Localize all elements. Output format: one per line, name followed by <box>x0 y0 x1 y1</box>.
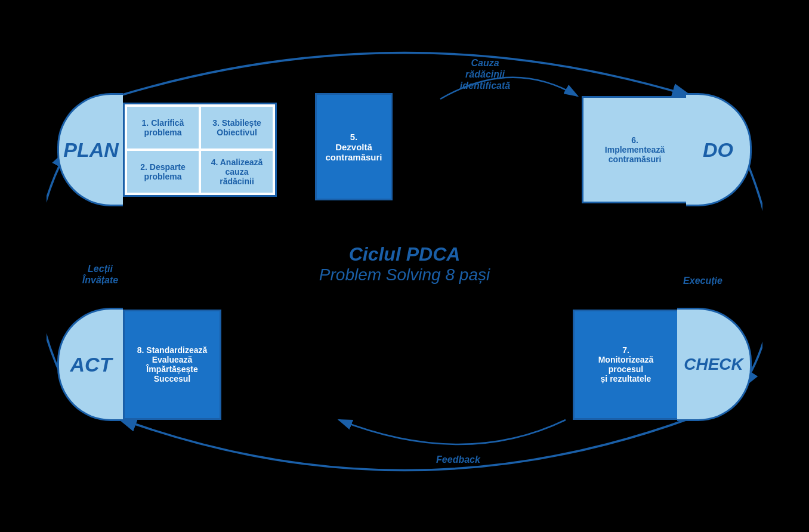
do-section: 6. Implementează contramăsuri DO <box>582 93 752 206</box>
svg-text:Cauza: Cauza <box>471 58 499 68</box>
svg-text:Lecții: Lecții <box>88 264 113 274</box>
sub-title: Problem Solving 8 pași <box>319 265 490 284</box>
svg-text:Execuție: Execuție <box>683 276 722 286</box>
act-section: ACT 8. Standardizează Evaluează Împărtăș… <box>57 308 221 421</box>
step6-box: 6. Implementează contramăsuri <box>582 96 686 203</box>
svg-text:rădăcinii: rădăcinii <box>465 69 505 79</box>
plan-steps-grid: 1. Clarifică problema 3. Stabilește Obie… <box>123 103 277 197</box>
step8-box: 8. Standardizează Evaluează Împărtășește… <box>123 310 221 420</box>
step5-section: 5. Dezvoltă contramăsuri <box>315 93 393 200</box>
svg-text:identificată: identificată <box>460 81 511 91</box>
check-section: 7. Monitorizează procesul și rezultatele… <box>573 308 752 421</box>
step2-box: 2. Desparte problema <box>127 151 199 193</box>
plan-label: PLAN <box>57 93 123 206</box>
center-title: Ciclul PDCA Problem Solving 8 pași <box>319 243 490 284</box>
step1-box: 1. Clarifică problema <box>127 107 199 149</box>
step4-box: 4. Analizează cauza rădăcinii <box>201 151 273 193</box>
diagram-container: Cauza rădăcinii identificată Execuție Fe… <box>47 33 762 499</box>
do-label: DO <box>686 93 752 206</box>
check-label: CHECK <box>677 308 752 421</box>
step7-box: 7. Monitorizează procesul și rezultatele <box>573 310 677 420</box>
step5-box: 5. Dezvoltă contramăsuri <box>315 93 393 200</box>
plan-section: PLAN 1. Clarifică problema 3. Stabilește… <box>57 93 277 206</box>
step3-box: 3. Stabilește Obiectivul <box>201 107 273 149</box>
svg-text:Feedback: Feedback <box>436 454 481 465</box>
main-title: Ciclul PDCA <box>319 243 490 265</box>
act-label: ACT <box>57 308 123 421</box>
svg-text:Învățate: Învățate <box>82 274 119 285</box>
